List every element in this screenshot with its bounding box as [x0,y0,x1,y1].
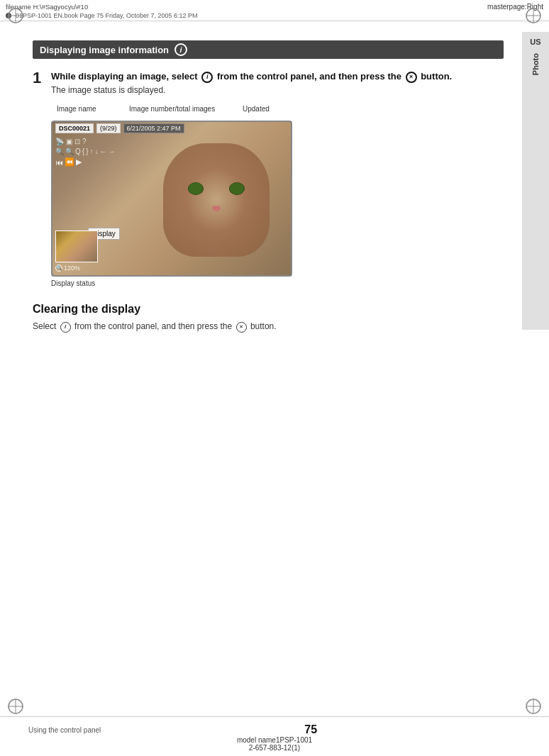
step1-text-before: While displaying an image, select [51,71,198,82]
corner-mark-tl [6,6,26,26]
label-image-name: Image name [57,105,96,113]
clearing-text-before: Select [33,321,56,331]
footer-model-line2: 2-657-883-12(1) [237,744,312,752]
header-filename: filename H:\#Sagyocyu\#10 [6,3,198,11]
psp-screen: DSC00021 (9/29) 6/21/2005 2:47 PM 📡 ▣ ⊡ … [51,121,292,277]
play-icon: ▶ [76,157,82,167]
psp-zoom-indicator: 🔍 120% [55,265,80,272]
step1-circle-x-icon: × [406,72,417,83]
search-icon: Q [75,148,81,155]
down-icon: ↓ [94,148,98,155]
step-1-container: 1 While displaying an image, select i fr… [33,70,504,95]
bracket-right-icon: } [86,148,88,155]
footer-top-row: Using the control panel 75 [0,721,549,736]
step-1-subtext: The image status is displayed. [51,85,452,95]
header-bookinfo-text: 01PSP-1001 EN.book Page 75 Friday, Octob… [16,12,198,19]
sidebar-us-label: US [530,38,540,46]
film-icon: ▣ [66,138,72,145]
up-icon: ↑ [89,148,93,155]
cat-eye-left [188,182,204,195]
step1-text-after: button. [421,71,452,82]
step-1-content: While displaying an image, select i from… [51,70,452,95]
clearing-text: Select i from the control panel, and the… [33,320,504,333]
prev-icon: ⏪ [65,157,74,167]
clearing-section: Clearing the display Select i from the c… [33,303,504,333]
corner-mark-tr [523,6,543,26]
main-content: Displaying image information i 1 While d… [21,32,515,713]
footer: Using the control panel 75 model name1PS… [0,716,549,756]
cat-nose [212,206,221,211]
header-left: filename H:\#Sagyocyu\#10 01PSP-1001 EN.… [6,3,198,19]
clearing-text-middle: from the control panel, and then press t… [74,321,232,331]
footer-model: model name1PSP-1001 2-657-883-12(1) [237,736,312,752]
psp-nav-row: 🔍 🔍 Q { } ↑ ↓ ← → [55,148,288,155]
question-icon: ? [82,138,87,145]
corner-mark-br [523,696,543,716]
zoom-in-icon: 🔍 [65,148,74,155]
section-info-icon: i [174,43,187,56]
psp-thumb-inner [56,231,97,262]
section-header: Displaying image information i [33,40,504,59]
zoom-icon: 🔍 [55,265,62,272]
diagram-area: Image name Image number/total images Upd… [51,105,504,287]
section-title: Displaying image information [40,45,169,55]
display-status-label: Display status [51,279,504,287]
step1-inline-icon-i: i [201,72,213,83]
psp-image-name-badge: DSC00021 [55,123,94,133]
step-number-1: 1 [33,70,45,86]
psp-zoom-value: 120% [64,265,80,272]
header: filename H:\#Sagyocyu\#10 01PSP-1001 EN.… [0,0,549,21]
psp-top-bar: DSC00021 (9/29) 6/21/2005 2:47 PM [52,122,291,135]
psp-playback-row: ⏮ ⏪ ▶ [55,157,82,167]
footer-bottom-row: model name1PSP-1001 2-657-883-12(1) [0,736,549,752]
cat-face [163,143,270,257]
footer-page-number: 75 [304,723,317,736]
header-bookinfo: 01PSP-1001 EN.book Page 75 Friday, Octob… [6,12,198,19]
right-icon: → [108,148,115,155]
sidebar-photo-label: Photo [531,53,540,75]
wifi-icon: 📡 [55,138,64,145]
right-sidebar: US Photo [522,32,549,330]
psp-image-number-badge: (9/29) [96,123,121,133]
clearing-inline-icon-i: i [60,322,71,333]
left-icon: ← [99,148,106,155]
psp-date-badge: 6/21/2005 2:47 PM [123,123,184,133]
display-icon: ⊡ [74,138,80,145]
clearing-text-after: button. [250,321,277,331]
footer-left-text: Using the control panel [28,726,101,734]
cat-eye-right [229,182,245,195]
footer-model-line1: model name1PSP-1001 [237,736,312,744]
step-1-text: While displaying an image, select i from… [51,70,452,83]
psp-thumbnail [55,230,98,262]
diagram-labels-row: Image name Image number/total images Upd… [51,105,504,121]
psp-icons-row: 📡 ▣ ⊡ ? [55,138,288,145]
label-image-number: Image number/total images [129,105,215,113]
label-updated: Updated [243,105,270,113]
step1-text-middle: from the control panel, and then press t… [217,71,401,82]
zoom-out-icon: 🔍 [55,148,64,155]
rewind-icon: ⏮ [55,158,63,167]
bracket-left-icon: { [82,148,84,155]
clearing-circle-x-icon: × [236,322,247,333]
clearing-title: Clearing the display [33,303,504,316]
